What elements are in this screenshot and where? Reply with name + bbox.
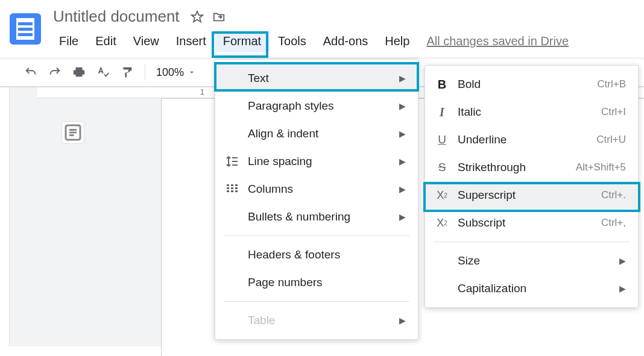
svg-rect-11 (231, 184, 233, 186)
text-italic-label: Italic (458, 105, 593, 119)
text-bold[interactable]: B Bold Ctrl+B (425, 70, 638, 98)
format-columns[interactable]: Columns ▶ (215, 175, 418, 203)
format-bullets-label: Bullets & numbering (248, 210, 391, 223)
svg-rect-10 (227, 190, 229, 192)
svg-marker-0 (191, 11, 202, 21)
format-paragraph-styles[interactable]: Paragraph styles ▶ (215, 92, 418, 120)
text-subscript[interactable]: X2 Subscript Ctrl+, (425, 209, 638, 237)
chevron-right-icon: ▶ (619, 256, 626, 266)
format-headers-footers[interactable]: Headers & footers (215, 241, 418, 269)
superscript-icon: X2 (435, 188, 449, 202)
text-submenu: B Bold Ctrl+B I Italic Ctrl+I U Underlin… (425, 65, 639, 308)
format-table: Table ▶ (215, 307, 418, 334)
text-bold-label: Bold (458, 78, 589, 91)
text-underline[interactable]: U Underline Ctrl+U (425, 126, 638, 154)
text-superscript-label: Superscript (458, 189, 593, 202)
columns-icon (225, 182, 239, 196)
chevron-right-icon: ▶ (399, 316, 406, 325)
underline-icon: U (435, 133, 449, 147)
line-spacing-icon (225, 154, 239, 169)
document-title[interactable]: Untitled document (51, 6, 182, 27)
svg-rect-9 (227, 187, 229, 189)
spellcheck-icon[interactable] (96, 66, 110, 79)
menu-view[interactable]: View (125, 31, 168, 52)
chevron-right-icon: ▶ (399, 129, 406, 139)
paint-format-icon[interactable] (121, 66, 134, 79)
format-table-label: Table (248, 314, 391, 327)
italic-icon: I (435, 105, 449, 119)
redo-icon[interactable] (48, 66, 62, 79)
print-icon[interactable] (72, 66, 86, 79)
svg-rect-12 (231, 187, 233, 189)
zoom-select[interactable]: 100% (156, 66, 196, 79)
svg-rect-14 (235, 184, 238, 186)
menu-edit[interactable]: Edit (87, 31, 124, 52)
format-line-spacing-label: Line spacing (248, 155, 391, 168)
text-size[interactable]: Size ▶ (425, 247, 638, 275)
format-line-spacing[interactable]: Line spacing ▶ (215, 148, 418, 175)
format-text-label: Text (248, 72, 391, 85)
svg-rect-16 (235, 190, 238, 192)
format-align-indent[interactable]: Align & indent ▶ (215, 120, 418, 148)
chevron-right-icon: ▶ (399, 157, 406, 166)
menu-file[interactable]: File (51, 31, 87, 52)
save-status[interactable]: All changes saved in Drive (426, 34, 569, 48)
star-icon[interactable] (191, 10, 204, 23)
format-paragraph-label: Paragraph styles (248, 99, 391, 113)
chevron-right-icon: ▶ (399, 184, 406, 194)
text-underline-short: Ctrl+U (596, 134, 626, 146)
text-strike-label: Strikethrough (458, 161, 567, 174)
text-size-label: Size (458, 254, 611, 267)
text-capitalization-label: Capitalization (458, 282, 611, 295)
text-superscript[interactable]: X2 Superscript Ctrl+. (425, 181, 638, 209)
text-bold-short: Ctrl+B (597, 78, 626, 90)
menu-addons[interactable]: Add-ons (315, 31, 377, 52)
ruler-mark: 1 (200, 88, 204, 96)
text-underline-label: Underline (458, 133, 588, 146)
format-menu: Text ▶ Paragraph styles ▶ Align & indent… (215, 59, 418, 340)
text-italic-short: Ctrl+I (601, 106, 626, 118)
text-superscript-short: Ctrl+. (601, 189, 626, 201)
svg-rect-13 (231, 190, 233, 192)
text-subscript-label: Subscript (458, 216, 593, 230)
text-strike-short: Alt+Shift+5 (576, 161, 626, 173)
subscript-icon: X2 (435, 216, 449, 230)
format-text[interactable]: Text ▶ (215, 64, 418, 92)
format-columns-label: Columns (248, 183, 391, 196)
text-capitalization[interactable]: Capitalization ▶ (425, 275, 638, 302)
move-folder-icon[interactable] (212, 10, 226, 23)
menubar: File Edit View Insert Format Tools Add-o… (51, 27, 569, 52)
menu-tools[interactable]: Tools (270, 31, 315, 52)
text-italic[interactable]: I Italic Ctrl+I (425, 98, 638, 126)
format-page-numbers-label: Page numbers (248, 276, 406, 289)
chevron-right-icon: ▶ (399, 101, 406, 111)
undo-icon[interactable] (24, 66, 37, 79)
bold-icon: B (435, 77, 449, 92)
svg-rect-8 (227, 184, 229, 186)
strikethrough-icon: S (435, 160, 449, 175)
zoom-value: 100% (156, 66, 184, 79)
vertical-ruler (0, 87, 10, 346)
menu-help[interactable]: Help (376, 31, 418, 52)
text-strikethrough[interactable]: S Strikethrough Alt+Shift+5 (425, 154, 638, 181)
format-bullets-numbering[interactable]: Bullets & numbering ▶ (215, 203, 418, 231)
text-subscript-short: Ctrl+, (601, 217, 626, 229)
chevron-right-icon: ▶ (619, 284, 626, 293)
menu-insert[interactable]: Insert (168, 31, 215, 52)
outline-toggle[interactable] (62, 121, 84, 144)
format-headers-label: Headers & footers (248, 248, 406, 261)
chevron-right-icon: ▶ (399, 73, 406, 83)
docs-logo[interactable] (10, 13, 41, 45)
chevron-right-icon: ▶ (399, 212, 406, 222)
format-page-numbers[interactable]: Page numbers (215, 269, 418, 296)
menu-format[interactable]: Format (215, 31, 270, 52)
svg-rect-15 (235, 187, 238, 189)
format-align-label: Align & indent (248, 127, 391, 140)
